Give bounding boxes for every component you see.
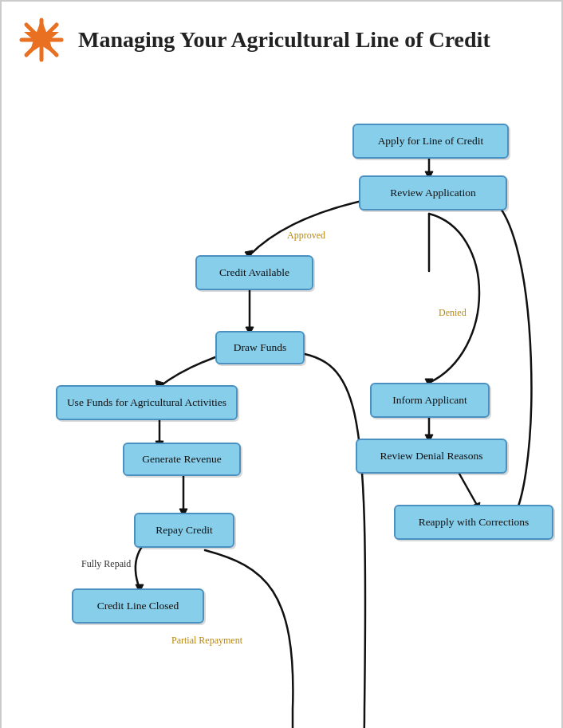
approved-label: Approved [287,230,325,242]
diagram-area: Apply for Line of Credit Review Applicat… [2,72,563,728]
reapply-box: Reapply with Corrections [394,505,553,540]
header: Managing Your Agricultural Line of Credi… [2,2,561,72]
star-icon [18,16,65,64]
repay-credit-box: Repay Credit [134,513,234,548]
inform-applicant-box: Inform Applicant [370,383,490,418]
draw-funds-box: Draw Funds [215,331,305,364]
denied-label: Denied [439,307,467,319]
partial-repayment-label: Partial Repayment [171,635,242,647]
fully-repaid-label: Fully Repaid [81,558,131,570]
credit-available-box: Credit Available [195,255,313,290]
credit-line-closed-box: Credit Line Closed [72,588,204,624]
generate-revenue-box: Generate Revenue [123,443,241,476]
apply-box: Apply for Line of Credit [352,124,509,159]
review-denial-box: Review Denial Reasons [356,439,507,474]
page-title: Managing Your Agricultural Line of Credi… [78,26,490,53]
review-application-box: Review Application [359,175,507,211]
use-funds-box: Use Funds for Agricultural Activities [56,385,238,420]
page: Managing Your Agricultural Line of Credi… [0,0,563,728]
